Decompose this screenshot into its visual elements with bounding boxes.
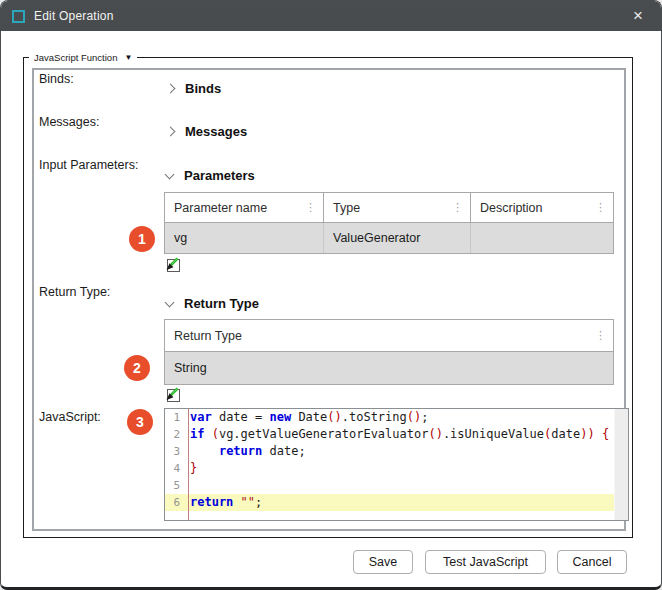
window-title: Edit Operation bbox=[34, 9, 114, 23]
line-number: 1 bbox=[165, 409, 185, 426]
javascript-label: JavaScript: bbox=[39, 410, 101, 424]
close-icon[interactable]: × bbox=[621, 1, 655, 31]
titlebar: Edit Operation × bbox=[1, 1, 661, 31]
step-badge-2: 2 bbox=[124, 355, 150, 381]
section-binds[interactable]: Binds bbox=[167, 81, 221, 96]
step-badge-3: 3 bbox=[127, 409, 153, 435]
return-type-label: Return Type: bbox=[39, 285, 110, 299]
column-menu-icon[interactable]: ⋮ bbox=[305, 202, 316, 213]
code-lines: 1var date = new Date().toString();2if (v… bbox=[165, 409, 628, 511]
cell-parameter-name[interactable]: vg bbox=[165, 223, 324, 253]
cell-type[interactable]: ValueGenerator bbox=[324, 223, 471, 253]
chevron-right-icon bbox=[166, 127, 176, 137]
table-row[interactable]: vg ValueGenerator bbox=[165, 223, 613, 253]
column-header-return-type[interactable]: Return Type ⋮ bbox=[165, 320, 613, 351]
export-arrow-icon bbox=[164, 256, 181, 273]
binds-label: Binds: bbox=[39, 72, 74, 86]
column-header-parameter-name[interactable]: Parameter name ⋮ bbox=[165, 193, 324, 222]
step-badge-1: 1 bbox=[129, 226, 155, 252]
line-number: 6 bbox=[165, 494, 185, 511]
code-line[interactable]: 3 return date; bbox=[165, 443, 614, 460]
export-arrow-icon bbox=[164, 386, 181, 403]
parameters-table: Parameter name ⋮ Type ⋮ Description ⋮ vg… bbox=[164, 192, 614, 254]
return-type-table-header: Return Type ⋮ bbox=[165, 320, 613, 352]
operation-type-dropdown[interactable]: JavaScript Function ▼ bbox=[29, 50, 137, 65]
section-messages[interactable]: Messages bbox=[167, 124, 247, 139]
app-icon bbox=[12, 10, 25, 23]
line-number: 3 bbox=[165, 443, 185, 460]
line-number: 2 bbox=[165, 426, 185, 443]
table-row[interactable]: String bbox=[165, 352, 613, 384]
export-table-button[interactable] bbox=[164, 256, 181, 273]
section-parameters-title: Parameters bbox=[184, 168, 255, 183]
column-header-type[interactable]: Type ⋮ bbox=[324, 193, 471, 222]
input-parameters-label: Input Parameters: bbox=[39, 158, 138, 172]
column-menu-icon[interactable]: ⋮ bbox=[595, 202, 606, 213]
chevron-down-icon bbox=[165, 169, 175, 179]
javascript-editor[interactable]: 1var date = new Date().toString();2if (v… bbox=[164, 408, 629, 521]
section-messages-title: Messages bbox=[185, 124, 247, 139]
section-return-type[interactable]: Return Type bbox=[166, 296, 259, 311]
parameters-table-header: Parameter name ⋮ Type ⋮ Description ⋮ bbox=[165, 193, 613, 223]
caret-down-icon: ▼ bbox=[124, 53, 132, 62]
operation-type-label: JavaScript Function bbox=[34, 52, 117, 63]
code-line[interactable]: 2if (vg.getValueGeneratorEvaluator().isU… bbox=[165, 426, 614, 443]
editor-scrollbar[interactable] bbox=[614, 409, 628, 520]
cancel-button[interactable]: Cancel bbox=[557, 550, 627, 574]
edit-operation-dialog: Edit Operation × JavaScript Function ▼ B… bbox=[0, 0, 662, 590]
chevron-right-icon bbox=[166, 84, 176, 94]
code-line[interactable]: 5 bbox=[165, 477, 614, 494]
section-binds-title: Binds bbox=[185, 81, 221, 96]
messages-label: Messages: bbox=[39, 115, 99, 129]
chevron-down-icon bbox=[165, 297, 175, 307]
code-line[interactable]: 6return ""; bbox=[165, 494, 614, 511]
cell-return-type[interactable]: String bbox=[165, 352, 613, 384]
cell-description[interactable] bbox=[471, 223, 613, 253]
column-menu-icon[interactable]: ⋮ bbox=[595, 330, 606, 341]
column-menu-icon[interactable]: ⋮ bbox=[452, 202, 463, 213]
test-javascript-button[interactable]: Test JavaScript bbox=[425, 550, 546, 574]
line-number: 5 bbox=[165, 477, 185, 494]
return-type-table: Return Type ⋮ String bbox=[164, 319, 614, 385]
code-line[interactable]: 1var date = new Date().toString(); bbox=[165, 409, 614, 426]
section-parameters[interactable]: Parameters bbox=[166, 168, 255, 183]
save-button[interactable]: Save bbox=[353, 550, 413, 574]
gutter-separator bbox=[188, 409, 189, 520]
code-line[interactable]: 4} bbox=[165, 460, 614, 477]
export-table-button[interactable] bbox=[164, 386, 181, 403]
section-return-type-title: Return Type bbox=[184, 296, 259, 311]
line-number: 4 bbox=[165, 460, 185, 477]
column-header-description[interactable]: Description ⋮ bbox=[471, 193, 613, 222]
